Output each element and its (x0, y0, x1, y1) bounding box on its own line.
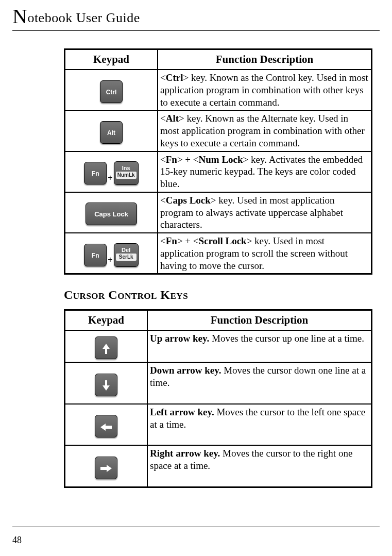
footer-rule (12, 527, 380, 527)
desc-cell: Up arrow key. Moves the cursor up one li… (147, 330, 371, 362)
page-header: Notebook User Guide (12, 4, 380, 28)
table-row: Up arrow key. Moves the cursor up one li… (65, 330, 371, 362)
desc-cell: Down arrow key. Moves the cursor down on… (147, 362, 371, 404)
table-row: Left arrow key. Moves the cursor to the … (65, 404, 371, 446)
page-number: 48 (12, 535, 22, 546)
alt-key-icon: Alt (100, 121, 123, 144)
keypad-table: Keypad Function Description Ctrl <Ctrl> … (64, 48, 372, 275)
keycap-group: Caps Lock (67, 198, 155, 226)
col-desc-header: Function Description (147, 310, 371, 330)
ins-numlk-key-icon: InsNumLk (114, 161, 139, 185)
desc-cell: <Fn> + <Scroll Lock> key. Used in most a… (158, 233, 371, 274)
ctrl-key-icon: Ctrl (100, 80, 123, 103)
desc-cell: Left arrow key. Moves the cursor to the … (147, 404, 371, 446)
col-desc-header: Function Description (158, 49, 371, 70)
down-arrow-key-icon (95, 374, 117, 396)
table-row: Ctrl <Ctrl> key. Known as the Control ke… (65, 70, 371, 110)
up-arrow-key-icon (95, 336, 117, 359)
keycap-group: Fn+InsNumLk (67, 157, 155, 186)
right-arrow-key-icon (95, 457, 117, 479)
desc-cell: <Ctrl> key. Known as the Control key. Us… (158, 70, 371, 110)
cursor-table: Keypad Function Description Up arrow key… (64, 309, 372, 488)
section-heading: Cursor Control Keys (64, 288, 372, 302)
table-row: Down arrow key. Moves the cursor down on… (65, 362, 371, 404)
table-row: Fn+DelScrLk <Fn> + <Scroll Lock> key. Us… (65, 233, 371, 274)
col-keypad-header: Keypad (65, 49, 158, 70)
plus-icon: + (108, 173, 112, 182)
table-row: Fn+InsNumLk <Fn> + <Num Lock> key. Activ… (65, 151, 371, 192)
desc-cell: Right arrow key. Moves the cursor to the… (147, 445, 371, 487)
header-rule (12, 30, 380, 31)
table-row: Right arrow key. Moves the cursor to the… (65, 445, 371, 487)
col-keypad-header: Keypad (65, 310, 147, 330)
header-initial: N (12, 5, 27, 28)
fn-key-icon: Fn (84, 244, 107, 266)
keycap-group: Alt (67, 117, 155, 145)
desc-cell: <Alt> key. Known as the Alternate key. U… (158, 110, 371, 151)
left-arrow-key-icon (95, 415, 117, 437)
header-rest: otebook User Guide (27, 10, 140, 25)
table-row: Alt <Alt> key. Known as the Alternate ke… (65, 110, 371, 151)
capslock-key-icon: Caps Lock (86, 203, 137, 225)
del-scrlk-key-icon: DelScrLk (114, 243, 139, 267)
fn-key-icon: Fn (84, 162, 107, 184)
keycap-group: Ctrl (67, 76, 155, 104)
desc-cell: <Caps Lock> key. Used in most applicatio… (158, 192, 371, 233)
table-row: Caps Lock <Caps Lock> key. Used in most … (65, 192, 371, 233)
plus-icon: + (108, 255, 112, 264)
keycap-group: Fn+DelScrLk (67, 239, 155, 268)
desc-cell: <Fn> + <Num Lock> key. Activates the emb… (158, 151, 371, 192)
